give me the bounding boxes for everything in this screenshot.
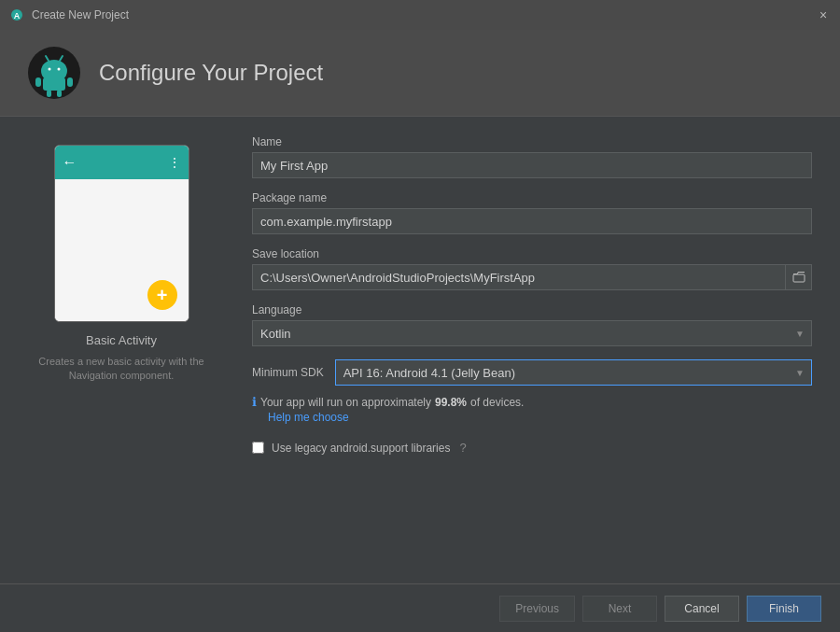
save-label: Save location (252, 247, 812, 260)
finish-button[interactable]: Finish (747, 596, 821, 622)
right-panel: Name Package name Save location (252, 135, 812, 565)
title-bar-text: Create New Project (32, 8, 816, 21)
package-label: Package name (252, 191, 812, 204)
main-content: ← ⋮ + Basic Activity Creates a new basic… (0, 117, 840, 583)
svg-point-4 (49, 68, 51, 71)
svg-rect-9 (35, 77, 41, 87)
phone-toolbar: ← ⋮ (55, 146, 189, 179)
info-icon: ℹ (252, 395, 257, 409)
package-input[interactable] (252, 208, 812, 234)
name-label: Name (252, 135, 812, 148)
info-prefix: Your app will run on approximately (260, 396, 431, 409)
cancel-button[interactable]: Cancel (665, 596, 739, 622)
svg-point-5 (58, 68, 61, 71)
legacy-checkbox-row: Use legacy android.support libraries ? (252, 441, 812, 455)
language-select[interactable]: Kotlin Java (252, 320, 812, 346)
name-field-group: Name (252, 135, 812, 178)
android-logo (28, 47, 80, 99)
preview-label: Basic Activity (86, 333, 157, 347)
legacy-checkbox[interactable] (252, 442, 264, 454)
phone-preview: ← ⋮ + (54, 145, 189, 322)
name-input[interactable] (252, 152, 812, 178)
save-location-group: Save location (252, 247, 812, 290)
language-field-group: Language Kotlin Java ▼ (252, 303, 812, 346)
svg-rect-8 (43, 77, 65, 91)
header-title: Configure Your Project (99, 60, 323, 86)
svg-rect-11 (47, 90, 51, 97)
svg-rect-13 (793, 274, 805, 282)
folder-icon (792, 272, 805, 283)
sdk-select-wrapper: API 16: Android 4.1 (Jelly Bean) API 21:… (335, 359, 812, 386)
svg-rect-12 (57, 90, 62, 97)
preview-description: Creates a new basic activity with the Na… (28, 355, 215, 384)
help-me-choose-link[interactable]: Help me choose (268, 411, 812, 424)
sdk-row: Minimum SDK API 16: Android 4.1 (Jelly B… (252, 359, 812, 386)
back-arrow-icon: ← (63, 154, 77, 171)
close-button[interactable]: × (816, 7, 831, 22)
language-label: Language (252, 303, 812, 316)
save-input-row (252, 264, 812, 290)
svg-text:A: A (14, 11, 21, 21)
svg-rect-10 (67, 77, 73, 87)
info-percent: 99.8% (435, 396, 467, 409)
menu-icon: ⋮ (168, 155, 181, 170)
language-select-wrapper: Kotlin Java ▼ (252, 320, 812, 346)
title-bar: A Create New Project × (0, 0, 840, 30)
info-text: ℹ Your app will run on approximately 99.… (252, 395, 812, 409)
sdk-label: Minimum SDK (252, 366, 324, 379)
info-row: ℹ Your app will run on approximately 99.… (252, 395, 812, 424)
phone-body: + (55, 179, 189, 321)
sdk-select[interactable]: API 16: Android 4.1 (Jelly Bean) API 21:… (335, 359, 812, 386)
next-button[interactable]: Next (582, 596, 657, 622)
left-panel: ← ⋮ + Basic Activity Creates a new basic… (28, 135, 215, 565)
fab-button: + (147, 280, 177, 310)
browse-folder-button[interactable] (786, 264, 812, 290)
save-input[interactable] (252, 264, 786, 290)
app-icon: A (9, 7, 24, 22)
info-suffix: of devices. (470, 396, 524, 409)
header: Configure Your Project (0, 30, 840, 117)
previous-button[interactable]: Previous (499, 596, 575, 622)
footer: Previous Next Cancel Finish (0, 583, 840, 632)
package-field-group: Package name (252, 191, 812, 234)
legacy-label: Use legacy android.support libraries (272, 442, 450, 455)
legacy-help-icon[interactable]: ? (459, 441, 466, 455)
